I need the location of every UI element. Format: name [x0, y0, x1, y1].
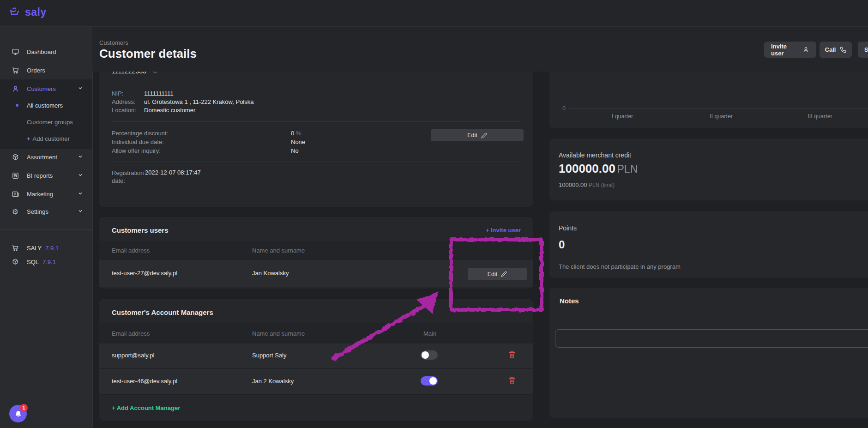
col-email-address: Email address — [112, 247, 150, 254]
cube-icon — [11, 258, 19, 265]
divider — [112, 121, 521, 122]
registration-value: 2022-12-07 08:17:47 — [145, 169, 201, 176]
page-title: Customer details — [99, 47, 197, 61]
trash-icon[interactable] — [508, 376, 516, 385]
manager-email: support@saly.pl — [112, 352, 154, 359]
monitor-icon — [11, 48, 19, 56]
edit-user-button[interactable]: Edit — [468, 268, 527, 280]
discount-value: 0 % — [291, 130, 301, 137]
offer-inquiry-label: Allow offer inquiry: — [112, 147, 161, 154]
page-header: Customers Customer details Invite user C… — [92, 26, 868, 72]
customers-users-card: Customers users + Invite user Email addr… — [99, 217, 533, 289]
merchant-credit-card: Available merchant credit 100000.00 PLN … — [549, 139, 868, 200]
invite-user-button[interactable]: Invite user — [764, 42, 816, 58]
sidebar-item-add-customer[interactable]: + Add customer — [0, 130, 92, 147]
chart-category-2: II quarter — [693, 113, 749, 120]
chevron-down-icon[interactable] — [78, 85, 83, 92]
col-email-address: Email address — [112, 330, 150, 337]
news-icon — [11, 190, 19, 198]
saly-version-number[interactable]: 7.9.1 — [45, 245, 59, 252]
sidebar-item-label: Assortment — [27, 154, 57, 161]
manager-name: Support Saly — [252, 352, 286, 359]
main-toggle[interactable] — [421, 350, 438, 360]
sidebar-divider — [0, 229, 92, 230]
merchant-credit-limit: 100000.00 PLN (limit) — [559, 181, 615, 188]
nip-label: NIP: — [112, 90, 123, 97]
notes-card: Notes — [549, 288, 868, 418]
saly-logo[interactable]: saly — [9, 6, 47, 18]
notes-input[interactable] — [555, 329, 868, 348]
breadcrumb[interactable]: Customers — [99, 39, 128, 46]
table-row: support@saly.pl Support Saly — [99, 344, 533, 369]
user-name: Jan Kowalsky — [252, 270, 289, 277]
cutoff-button[interactable]: S — [858, 42, 868, 58]
sidebar-item-customers[interactable]: Customers — [0, 79, 92, 98]
sidebar-footer-saly: SALY 7.9.1 — [0, 241, 92, 255]
location-value: Domestic customer — [144, 107, 195, 114]
due-date-value: None — [291, 139, 305, 145]
manager-email: test-user-46@dev.saly.pl — [112, 378, 177, 385]
chevron-down-icon[interactable] — [78, 208, 83, 215]
chart-category-3: III quarter — [792, 113, 848, 120]
sidebar-item-all-customers[interactable]: All customers — [0, 97, 92, 114]
cart-icon — [11, 66, 19, 74]
active-dot-icon — [16, 104, 18, 107]
sidebar-item-orders[interactable]: Orders — [0, 61, 92, 79]
sidebar-item-dashboard[interactable]: Dashboard — [0, 42, 92, 61]
sidebar-item-label: Add customer — [33, 135, 70, 142]
plus-icon: + — [27, 135, 30, 142]
sidebar-item-customer-groups[interactable]: Customer groups — [0, 114, 92, 130]
account-managers-title: Customer's Account Managers — [112, 308, 213, 316]
customers-submenu-block: Customers All customers Customer groups … — [0, 79, 92, 149]
user-email: test-user-27@dev.saly.pl — [112, 270, 177, 277]
sidebar-item-settings[interactable]: ⚙ Settings — [0, 202, 92, 221]
sidebar-item-label: Dashboard — [27, 48, 56, 55]
chevron-down-icon[interactable] — [78, 172, 83, 179]
col-name-surname: Name and surname — [252, 330, 305, 337]
user-icon — [802, 46, 809, 53]
main-toggle[interactable] — [421, 376, 438, 386]
cutoff-button-label: S — [864, 46, 868, 53]
col-name-surname: Name and surname — [252, 247, 305, 254]
trash-icon[interactable] — [508, 350, 516, 359]
merchant-credit-amount: 100000.00 PLN — [559, 162, 638, 176]
offer-inquiry-value: No — [291, 147, 299, 154]
cube-icon — [11, 153, 19, 161]
due-date-label: Individual due date: — [112, 139, 164, 145]
sidebar-item-label: Orders — [27, 67, 45, 74]
table-row: test-user-27@dev.saly.pl Jan Kowalsky Ed… — [99, 260, 533, 287]
edit-user-label: Edit — [488, 271, 498, 277]
location-label: Location: — [112, 107, 136, 114]
chart-zero-tick: 0 — [554, 105, 566, 112]
sidebar-item-label: Customers — [27, 85, 56, 92]
account-managers-card: Customer's Account Managers Email addres… — [99, 299, 533, 421]
call-button[interactable]: Call — [820, 42, 852, 58]
sidebar-item-label: Marketing — [27, 191, 53, 198]
sidebar-item-label: All customers — [27, 102, 63, 109]
col-main: Main — [423, 330, 436, 337]
invite-user-link[interactable]: + Invite user — [450, 227, 521, 234]
chart-axis-line — [569, 109, 868, 109]
user-icon — [11, 85, 19, 93]
edit-customer-button[interactable]: Edit — [431, 129, 524, 141]
discount-label: Percentage discount: — [112, 130, 168, 137]
merchant-credit-title: Available merchant credit — [559, 151, 631, 159]
sidebar-item-assortment[interactable]: Assortment — [0, 148, 92, 166]
points-value: 0 — [559, 238, 565, 251]
toggle-knob — [429, 377, 437, 385]
chevron-down-icon[interactable] — [78, 154, 83, 161]
sql-version-number[interactable]: 7.9.1 — [42, 259, 56, 265]
sidebar-item-bi-reports[interactable]: BI reports — [0, 166, 92, 185]
pencil-icon — [481, 133, 487, 139]
saly-logo-text: saly — [25, 6, 47, 18]
address-label: Address: — [112, 98, 135, 105]
sidebar-item-label: Customer groups — [27, 119, 73, 126]
gear-icon: ⚙ — [11, 207, 19, 216]
saly-version-label: SALY — [27, 245, 42, 252]
cart-icon — [11, 244, 19, 252]
divider — [112, 162, 521, 162]
sidebar-item-marketing[interactable]: Marketing — [0, 185, 92, 203]
top-bar: saly — [0, 0, 868, 27]
add-account-manager-link[interactable]: + Add Account Manager — [112, 404, 180, 411]
chevron-down-icon[interactable] — [78, 191, 83, 198]
